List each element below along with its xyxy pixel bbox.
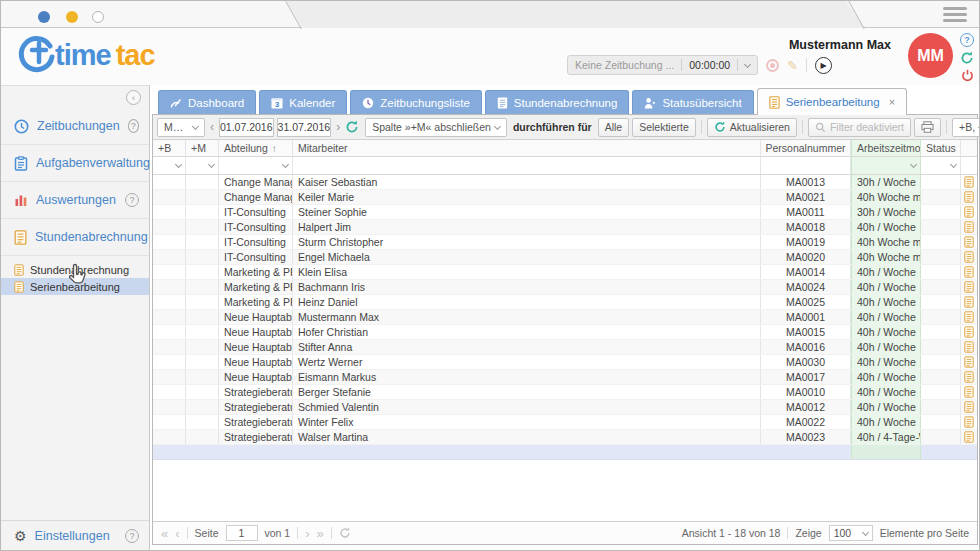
- table-row[interactable]: Neue HauptabteilungStifter AnnaMA001640h…: [153, 340, 977, 355]
- prev-page-button[interactable]: ‹: [175, 527, 179, 540]
- sidebar-item-stundenabrechnung[interactable]: Stundenabrechnung?: [1, 219, 149, 256]
- help-icon[interactable]: ?: [125, 193, 139, 207]
- play-icon[interactable]: ▶: [815, 57, 832, 74]
- sidebar-item-zeitbuchungen[interactable]: Zeitbuchungen?: [1, 108, 149, 145]
- report-icon[interactable]: [964, 371, 974, 383]
- refresh-icon[interactable]: [339, 527, 351, 539]
- table-row[interactable]: Neue HauptabteilungEismann MarkusMA00174…: [153, 370, 977, 385]
- sidebar-item-einstellungen[interactable]: ⚙ Einstellungen ?: [1, 520, 149, 550]
- refresh-button[interactable]: Aktualisieren: [707, 118, 797, 137]
- tab-kalender[interactable]: 3Kalender: [259, 90, 347, 114]
- report-icon[interactable]: [964, 326, 974, 338]
- filter-button[interactable]: Filter deaktiviert: [808, 118, 911, 137]
- table-row[interactable]: Change ManagementKaiser SebastianMA00133…: [153, 175, 977, 190]
- report-icon[interactable]: [964, 251, 974, 263]
- report-icon[interactable]: [964, 356, 974, 368]
- table-row[interactable]: Neue HauptabteilungWertz WernerMA003040h…: [153, 355, 977, 370]
- prev-period-button[interactable]: ‹: [208, 120, 216, 134]
- help-icon[interactable]: ?: [128, 119, 139, 133]
- column-header-abteilung[interactable]: Abteilung↑: [219, 140, 293, 156]
- close-icon[interactable]: ×: [889, 96, 895, 108]
- report-icon[interactable]: [964, 176, 974, 188]
- sidebar-item-aufgabenverwaltung[interactable]: Aufgabenverwaltung?: [1, 145, 149, 182]
- column-header-arbeitszeitmodell[interactable]: Arbeitszeitmo...: [851, 140, 921, 156]
- report-icon[interactable]: [964, 191, 974, 203]
- tab-dashboard[interactable]: Dashboard: [158, 90, 256, 114]
- column-header-pm[interactable]: +M: [186, 140, 219, 156]
- help-icon[interactable]: ?: [125, 529, 139, 543]
- table-row[interactable]: StrategieberatungWinter FelixMA002240h /…: [153, 415, 977, 430]
- report-icon[interactable]: [964, 401, 974, 413]
- filter-mitarbeiter-input[interactable]: [293, 157, 761, 174]
- window-dot-blue[interactable]: [38, 11, 50, 23]
- table-row[interactable]: Neue HauptabteilungHofer ChristianMA0015…: [153, 325, 977, 340]
- table-row[interactable]: StrategieberatungSchmied ValentinMA00124…: [153, 400, 977, 415]
- highlighted-empty-row[interactable]: [153, 445, 977, 460]
- next-period-button[interactable]: ›: [334, 120, 342, 134]
- columns-select[interactable]: +B, +M, Abteilung, Personal: [952, 118, 980, 137]
- next-page-button[interactable]: ›: [305, 527, 309, 540]
- tab-stundenabrechnung[interactable]: Stundenabrechnung: [485, 90, 630, 114]
- report-icon[interactable]: [964, 266, 974, 278]
- record-icon[interactable]: [766, 59, 779, 72]
- table-row[interactable]: Neue HauptabteilungMustermann MaxMA00014…: [153, 310, 977, 325]
- selected-button[interactable]: Selektierte: [632, 118, 696, 137]
- period-select[interactable]: Monat: [157, 118, 205, 137]
- timetac-logo[interactable]: time tac: [17, 35, 155, 75]
- report-icon[interactable]: [964, 341, 974, 353]
- report-icon[interactable]: [964, 221, 974, 233]
- window-dot-yellow[interactable]: [66, 11, 78, 23]
- column-header-personalnummer[interactable]: Personalnummer: [761, 140, 851, 156]
- table-row[interactable]: IT-ConsultingHalpert JimMA001840h / Woch…: [153, 220, 977, 235]
- column-header-pb[interactable]: +B: [153, 140, 186, 156]
- last-page-button[interactable]: »: [317, 527, 324, 540]
- table-row[interactable]: Marketing & PRBachmann IrisMA002440h / W…: [153, 280, 977, 295]
- table-row[interactable]: StrategieberatungBerger StefanieMA001040…: [153, 385, 977, 400]
- window-dot-white[interactable]: [92, 11, 104, 23]
- time-tracker-widget[interactable]: Keine Zeitbuchung ... 00:00:00: [567, 55, 758, 75]
- sidebar-item-auswertungen[interactable]: Auswertungen?: [1, 182, 149, 219]
- report-icon[interactable]: [964, 281, 974, 293]
- table-row[interactable]: Marketing & PRHeinz DanielMA002540h / Wo…: [153, 295, 977, 310]
- power-icon[interactable]: [961, 69, 974, 82]
- all-button[interactable]: Alle: [598, 118, 630, 137]
- avatar[interactable]: MM: [908, 33, 953, 78]
- report-icon[interactable]: [964, 431, 974, 443]
- report-icon[interactable]: [964, 416, 974, 428]
- refresh-icon[interactable]: [345, 120, 359, 134]
- action-select[interactable]: Spalte »+M« abschließen: [365, 118, 507, 137]
- first-page-button[interactable]: «: [161, 527, 168, 540]
- report-icon[interactable]: [964, 296, 974, 308]
- report-icon[interactable]: [964, 311, 974, 323]
- sidebar-collapse-button[interactable]: ‹: [126, 90, 141, 105]
- page-size-select[interactable]: 100: [829, 525, 873, 541]
- filter-pm[interactable]: [186, 157, 219, 174]
- table-row[interactable]: Change ManagementKeiler MarieMA002140h W…: [153, 190, 977, 205]
- tab-zeitbuchungsliste[interactable]: Zeitbuchungsliste: [350, 90, 482, 114]
- column-header-mitarbeiter[interactable]: Mitarbeiter: [293, 140, 761, 156]
- filter-personalnummer-input[interactable]: [761, 157, 851, 174]
- table-row[interactable]: StrategieberatungWalser MartinaMA002340h…: [153, 430, 977, 445]
- page-number-input[interactable]: 1: [226, 525, 258, 541]
- table-row[interactable]: IT-ConsultingEngel MichaelaMA002040h Woc…: [153, 250, 977, 265]
- report-icon[interactable]: [964, 206, 974, 218]
- edit-icon[interactable]: ✎: [787, 58, 798, 73]
- refresh-icon[interactable]: [960, 51, 974, 65]
- table-row[interactable]: Marketing & PRKlein ElisaMA001440h / Woc…: [153, 265, 977, 280]
- filter-status[interactable]: [921, 157, 961, 174]
- tab-statusübersicht[interactable]: Statusübersicht: [632, 90, 753, 114]
- filter-abteilung[interactable]: [219, 157, 293, 174]
- help-icon[interactable]: ?: [960, 33, 974, 47]
- date-from-input[interactable]: 01.07.2016: [219, 118, 274, 137]
- hamburger-icon[interactable]: [943, 7, 967, 22]
- filter-arbeitszeitmodell[interactable]: [851, 157, 921, 174]
- column-header-status[interactable]: Status: [921, 140, 961, 156]
- tab-serienbearbeitung[interactable]: Serienbearbeitung×: [757, 88, 907, 115]
- filter-pb[interactable]: [153, 157, 186, 174]
- print-button[interactable]: [914, 118, 941, 137]
- chevron-down-icon[interactable]: [744, 60, 751, 67]
- report-icon[interactable]: [964, 236, 974, 248]
- table-row[interactable]: IT-ConsultingSteiner SophieMA001130h / W…: [153, 205, 977, 220]
- date-to-input[interactable]: 31.07.2016: [277, 118, 332, 137]
- table-row[interactable]: IT-ConsultingSturm ChristopherMA001940h …: [153, 235, 977, 250]
